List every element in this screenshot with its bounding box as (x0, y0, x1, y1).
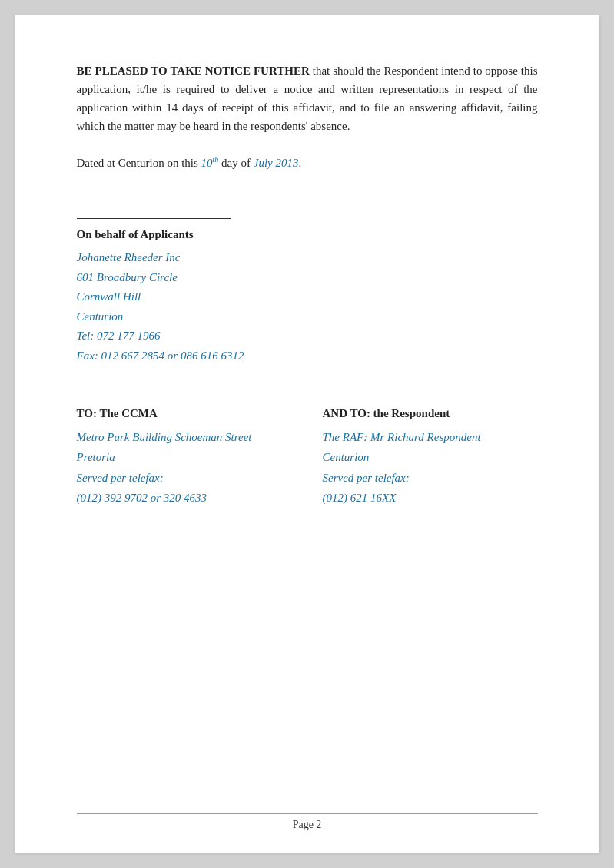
dated-line: Dated at Centurion on this 10th day of J… (77, 154, 538, 172)
respondent-fax: (012) 621 16XX (323, 488, 538, 508)
main-content: BE PLEASED TO TAKE NOTICE FURTHER that s… (77, 61, 538, 508)
dated-month-year: July 2013 (254, 157, 299, 169)
page-number: Page 2 (293, 819, 322, 830)
respondent-served-label: Served per telefax: (323, 468, 538, 488)
service-section: TO: The CCMA Metro Park Building Schoema… (77, 404, 538, 508)
to-ccma-label: TO: The CCMA (77, 404, 292, 422)
ccma-address-line2: Pretoria (77, 447, 292, 467)
firm-address-line1: 601 Broadbury Circle (77, 268, 538, 288)
ccma-fax: (012) 392 9702 or 320 4633 (77, 488, 292, 508)
notice-heading: BE PLEASED TO TAKE NOTICE FURTHER (77, 65, 310, 77)
to-ccma-details: Metro Park Building Schoeman Street Pret… (77, 427, 292, 508)
notice-paragraph: BE PLEASED TO TAKE NOTICE FURTHER that s… (77, 61, 538, 135)
firm-name: Johanette Rheeder Inc (77, 248, 538, 268)
to-ccma-column: TO: The CCMA Metro Park Building Schoema… (77, 404, 292, 508)
ccma-served-label: Served per telefax: (77, 468, 292, 488)
to-respondent-details: The RAF: Mr Richard Respondent Centurion… (323, 427, 538, 508)
firm-address-line3: Centurion (77, 307, 538, 327)
dated-middle: day of (218, 157, 253, 169)
dated-prefix: Dated at Centurion on this (77, 157, 201, 169)
document-page: BE PLEASED TO TAKE NOTICE FURTHER that s… (15, 15, 599, 853)
on-behalf-label: On behalf of Applicants (77, 225, 538, 244)
firm-details: Johanette Rheeder Inc 601 Broadbury Circ… (77, 248, 538, 366)
firm-address-line2: Cornwall Hill (77, 287, 538, 307)
respondent-address-line1: The RAF: Mr Richard Respondent (323, 427, 538, 447)
to-respondent-column: AND TO: the Respondent The RAF: Mr Richa… (323, 404, 538, 508)
dated-suffix: . (298, 157, 301, 169)
ccma-address-line1: Metro Park Building Schoeman Street (77, 427, 292, 447)
to-respondent-label: AND TO: the Respondent (323, 404, 538, 422)
firm-fax: Fax: 012 667 2854 or 086 616 6312 (77, 346, 538, 366)
respondent-address-line2: Centurion (323, 447, 538, 467)
page-footer: Page 2 (77, 813, 538, 831)
dated-day: 10 (201, 157, 213, 169)
signature-line (77, 218, 231, 219)
firm-tel: Tel: 072 177 1966 (77, 326, 538, 346)
signature-section: On behalf of Applicants Johanette Rheede… (77, 218, 538, 366)
